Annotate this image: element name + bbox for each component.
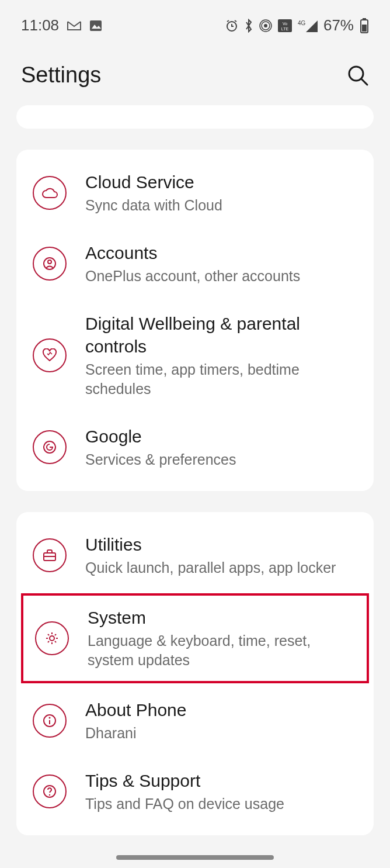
app-header: Settings (0, 42, 390, 105)
info-icon (33, 704, 67, 738)
settings-item-digital-wellbeing[interactable]: Digital Wellbeing & parental controls Sc… (16, 299, 374, 413)
briefcase-icon (33, 538, 67, 572)
svg-rect-12 (363, 18, 366, 20)
item-subtitle: Sync data with Cloud (85, 196, 357, 216)
battery-text: 67% (323, 16, 354, 34)
svg-point-25 (49, 794, 50, 796)
question-icon (33, 774, 67, 808)
svg-text:LTE: LTE (281, 27, 289, 31)
item-subtitle: Services & preferences (85, 450, 357, 470)
page-title: Settings (21, 63, 101, 88)
item-title: System (88, 606, 355, 629)
photos-icon (89, 20, 102, 32)
settings-item-cloud-service[interactable]: Cloud Service Sync data with Cloud (16, 158, 374, 229)
hotspot-icon (259, 19, 272, 32)
item-subtitle: OnePlus account, other accounts (85, 267, 357, 286)
heart-icon (33, 338, 67, 372)
svg-point-17 (48, 260, 51, 264)
settings-item-system[interactable]: System Language & keyboard, time, reset,… (21, 593, 369, 684)
svg-point-3 (264, 24, 267, 27)
volte-icon: VoLTE (278, 19, 292, 32)
cloud-icon (33, 176, 67, 210)
item-title: Tips & Support (85, 769, 357, 792)
settings-group-system: Utilities Quick launch, parallel apps, a… (16, 512, 374, 835)
google-icon (33, 430, 67, 464)
item-subtitle: Screen time, app timers, bedtime schedul… (85, 360, 357, 400)
person-icon (33, 247, 67, 281)
svg-point-20 (50, 636, 54, 641)
item-subtitle: Language & keyboard, time, reset, system… (88, 631, 355, 671)
status-time: 11:08 (21, 16, 59, 34)
settings-item-accounts[interactable]: Accounts OnePlus account, other accounts (16, 229, 374, 299)
item-subtitle: Quick launch, parallel apps, app locker (85, 558, 357, 578)
signal-icon: 4G (298, 19, 318, 32)
item-title: Google (85, 425, 357, 448)
status-bar: 11:08 VoLTE 4G 67% (0, 0, 390, 42)
settings-item-google[interactable]: Google Services & preferences (16, 412, 374, 483)
settings-item-utilities[interactable]: Utilities Quick launch, parallel apps, a… (16, 520, 374, 591)
bluetooth-icon (244, 19, 253, 33)
item-subtitle: Tips and FAQ on device usage (85, 794, 357, 814)
svg-text:4G: 4G (298, 20, 306, 26)
item-title: Digital Wellbeing & parental controls (85, 312, 357, 358)
settings-content: Cloud Service Sync data with Cloud Accou… (0, 105, 390, 835)
item-title: Accounts (85, 241, 357, 264)
gmail-icon (67, 20, 81, 31)
search-button[interactable] (347, 64, 369, 87)
nav-handle[interactable] (116, 855, 274, 860)
settings-item-about-phone[interactable]: About Phone Dharani (16, 686, 374, 756)
item-subtitle: Dharani (85, 724, 357, 743)
settings-item-tips-support[interactable]: Tips & Support Tips and FAQ on device us… (16, 756, 374, 827)
svg-marker-10 (306, 20, 318, 32)
svg-line-15 (361, 79, 367, 85)
svg-rect-0 (90, 20, 102, 31)
alarm-icon (225, 19, 238, 32)
item-title: About Phone (85, 698, 357, 721)
battery-icon (360, 18, 369, 33)
svg-text:Vo: Vo (283, 22, 287, 26)
item-title: Cloud Service (85, 171, 357, 193)
svg-point-22 (49, 717, 51, 719)
settings-group-accounts: Cloud Service Sync data with Cloud Accou… (16, 150, 374, 491)
card-partial-top (16, 105, 374, 129)
gear-icon (35, 621, 69, 655)
svg-rect-13 (362, 25, 367, 32)
item-title: Utilities (85, 533, 357, 556)
